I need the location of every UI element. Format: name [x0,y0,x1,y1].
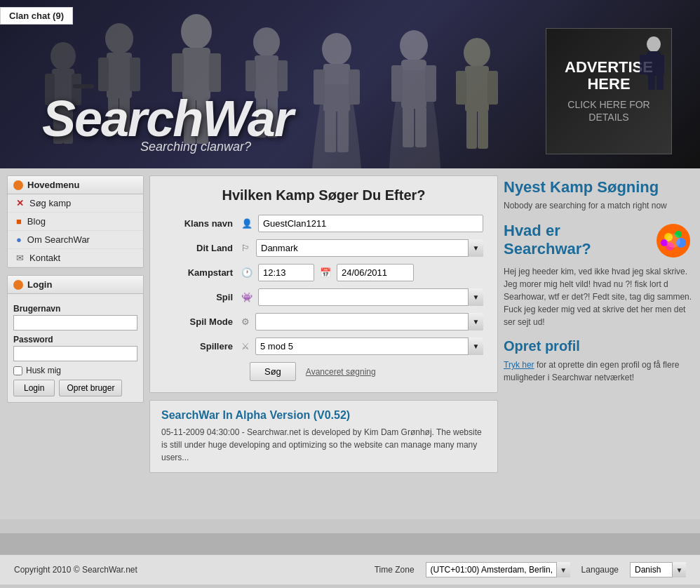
sidebar-login-header: Login [8,276,143,294]
mode-label: Spil Mode [164,316,241,327]
svg-point-43 [647,36,661,52]
search-buttons: Søg Avanceret søgning [164,362,483,381]
create-profile-title: Opret profil [504,338,693,354]
header: SearchWar Searching clanwar? Clan chat (… [0,0,700,168]
ad-subtext: CLICK HERE FOR DETAILS [546,98,671,123]
footer-right: Time Zone (UTC+01:00) Amsterdam, Berlin,… [375,562,686,577]
svg-rect-44 [647,51,661,76]
version-panel: SearchWar In Alpha Version (V0.52) 05-11… [149,400,498,473]
country-label: Dit Land [164,243,241,253]
orange-dot-icon [13,180,23,190]
svg-rect-42 [478,110,488,149]
game-select[interactable] [258,288,483,306]
sidebar-item-search-label: Søg kamp [29,198,71,208]
version-title: SearchWar In Alpha Version (V0.52) [161,409,486,422]
sidebar-item-om[interactable]: ● Om SearchWar [8,231,143,249]
date-input[interactable] [337,264,414,281]
country-select[interactable]: Danmark [256,239,483,257]
calendar-icon: 📅 [320,267,331,278]
center-content: Hvilken Kamp Søger Du Efter? Klans navn … [149,175,498,512]
tryk-her-link[interactable]: Tryk her [504,360,534,370]
password-label: Password [13,335,137,345]
svg-rect-47 [648,74,655,90]
advertisement-banner[interactable]: ADVERTISE HERE CLICK HERE FOR DETAILS [546,28,672,154]
newest-match-text: Nobody are searching for a match right n… [504,199,693,212]
game-label: Spil [164,292,241,302]
sidebar-item-om-label: Om SearchWar [27,234,90,245]
login-button[interactable]: Login [13,380,55,396]
newest-match-title: Nyest Kamp Søgning [504,178,693,196]
svg-rect-9 [98,58,109,91]
language-select[interactable]: Danish [630,562,686,577]
mode-select[interactable] [255,313,483,330]
time-input[interactable] [258,264,314,281]
svg-rect-16 [209,53,221,92]
footer: Copyright 2010 © SearchWar.net Time Zone… [0,554,700,584]
sidebar-item-kontakt[interactable]: ✉ Kontakt [8,249,143,267]
orange-dot-login-icon [13,280,23,290]
players-select[interactable]: 5 mod 5 [255,338,483,355]
start-label: Kampstart [164,267,241,278]
svg-rect-48 [657,74,664,90]
svg-rect-41 [466,110,477,149]
search-panel: Hvilken Kamp Søger Du Efter? Klans navn … [149,175,498,393]
advanced-search-link[interactable]: Avanceret søgning [306,367,376,377]
players-label: Spillere [164,341,241,352]
mail-icon: ✉ [16,253,24,263]
version-date: 05-11-2009 04:30:00 [161,427,239,437]
language-select-wrapper: Danish ▼ [630,562,686,577]
search-button[interactable]: Søg [250,362,296,381]
header-tagline: Searching clanwar? [140,140,251,154]
sidebar-item-blog-label: Blog [27,216,46,227]
sidebar-item-search[interactable]: ✕ Søg kamp [8,194,143,213]
svg-rect-6 [73,84,94,88]
svg-point-37 [464,38,490,67]
password-input[interactable] [13,346,137,361]
svg-point-31 [400,30,428,61]
mascot-icon [654,222,693,260]
svg-rect-10 [130,58,140,91]
register-button[interactable]: Opret bruger [59,380,122,396]
svg-rect-21 [245,60,256,91]
site-logo: SearchWar [42,90,292,147]
gear-icon: ⚙ [241,316,250,327]
mode-row: Spil Mode ⚙ ▼ [164,313,483,330]
username-label: Brugernavn [13,304,137,314]
version-text: 05-11-2009 04:30:00 - Searchwar.net is d… [161,426,486,464]
game-row: Spil 👾 ▼ [164,288,483,306]
svg-point-19 [253,27,280,57]
sidebar-item-blog[interactable]: ■ Blog [8,213,143,231]
svg-point-7 [105,23,133,54]
sidebar-item-kontakt-label: Kontakt [29,253,60,263]
copyright-text: Copyright 2010 © SearchWar.net [14,565,137,575]
sidebar: Hovedmenu ✕ Søg kamp ■ Blog ● Om SearchW… [7,175,144,512]
clan-label: Klans navn [164,218,241,229]
clan-name-input[interactable] [258,215,483,232]
info-icon: ● [16,234,22,245]
remember-checkbox[interactable] [13,366,22,375]
start-row: Kampstart 🕐 📅 [164,264,483,281]
username-input[interactable] [13,315,137,330]
about-title: Hvad er Searchwar? [504,222,647,258]
svg-point-25 [322,33,351,65]
timezone-select[interactable]: (UTC+01:00) Amsterdam, Berlin, [426,562,570,577]
clan-chat-button[interactable]: Clan chat (9) [0,7,73,25]
search-title: Hvilken Kamp Søger Du Efter? [164,187,483,203]
timezone-label: Time Zone [375,565,415,575]
svg-rect-46 [659,55,664,74]
clan-name-row: Klans navn 👤 [164,215,483,232]
players-row: Spillere ⚔ 5 mod 5 ▼ [164,338,483,355]
svg-rect-45 [640,55,648,74]
footer-spacer [0,533,700,554]
svg-point-0 [51,42,76,70]
svg-point-13 [181,14,212,49]
about-text: Hej jeg heeder kim, ved ikke hvad jeg sk… [504,265,693,328]
svg-rect-39 [456,71,466,105]
x-icon: ✕ [16,198,24,208]
svg-rect-15 [172,53,184,92]
sidebar-menu-header: Hovedmenu [8,176,143,194]
sidebar-menu-section: Hovedmenu ✕ Søg kamp ■ Blog ● Om SearchW… [7,175,144,268]
language-label: Langauge [581,565,619,575]
right-panel: Nyest Kamp Søgning Nobody are searching … [504,175,693,512]
svg-rect-38 [465,66,489,112]
